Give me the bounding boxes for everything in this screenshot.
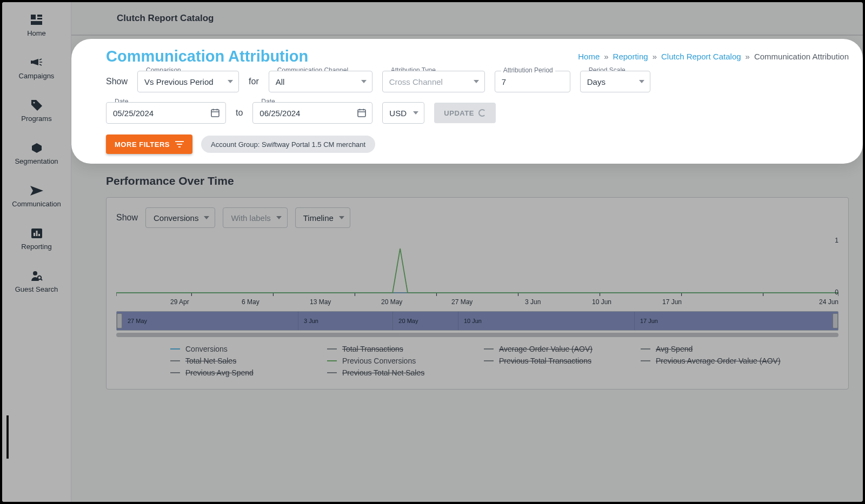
legend-label: Avg Spend — [656, 345, 693, 353]
svg-rect-11 — [38, 234, 40, 236]
chevron-down-icon — [474, 80, 479, 83]
legend-swatch — [327, 348, 337, 350]
comparison-value: Vs Previous Period — [144, 77, 214, 86]
attr-period-float: Attribution Period — [501, 66, 555, 74]
legend-item[interactable]: Previous Total Net Sales — [327, 368, 471, 377]
more-filters-button[interactable]: MORE FILTERS — [106, 135, 192, 154]
svg-point-12 — [33, 271, 37, 275]
timeline-select[interactable]: Timeline — [295, 207, 350, 228]
xtick: 29 Apr — [170, 298, 189, 306]
legend-item[interactable]: Average Order Value (AOV) — [484, 345, 628, 353]
tag-icon — [29, 99, 44, 111]
legend-item[interactable]: Avg Spend — [641, 345, 784, 353]
scrub-tick: 20 May — [398, 318, 418, 324]
catalog-title: Clutch Report Catalog — [117, 13, 214, 24]
svg-rect-4 — [31, 61, 32, 64]
sidebar-item-label: Programs — [21, 115, 51, 123]
svg-rect-1 — [37, 15, 42, 17]
chevron-down-icon — [361, 80, 367, 83]
sidebar-item-communication[interactable]: Communication — [2, 183, 71, 210]
svg-marker-6 — [32, 143, 42, 153]
page-title: Communication Attribution — [106, 48, 308, 65]
sidebar-item-label: Guest Search — [15, 285, 58, 293]
scrubber-scrollbar[interactable] — [116, 333, 839, 337]
channel-value: All — [276, 77, 285, 86]
calendar-icon — [357, 108, 367, 118]
legend-label: Previous Conversions — [342, 357, 416, 365]
send-icon — [29, 185, 44, 197]
date-from-value: 05/25/2024 — [113, 109, 154, 118]
breadcrumb-catalog[interactable]: Clutch Report Catalog — [661, 52, 741, 61]
person-search-icon — [29, 270, 44, 282]
legend-swatch — [641, 360, 650, 361]
comparison-select[interactable]: Vs Previous Period — [137, 71, 239, 92]
timeline-scrubber[interactable]: 27 May 3 Jun 20 May 10 Jun 17 Jun — [116, 311, 839, 331]
chip-label: Account Group: Swiftway Portal 1.5 CM me… — [211, 140, 365, 149]
sidebar-item-label: Campaigns — [19, 72, 55, 80]
attr-period-value: 7 — [502, 77, 506, 86]
update-label: UPDATE — [444, 109, 474, 117]
labels-select[interactable]: With labels — [223, 207, 287, 228]
breadcrumb-reporting[interactable]: Reporting — [613, 52, 648, 61]
main-column: Clutch Report Catalog Communication Attr… — [71, 2, 863, 502]
sidebar-item-segmentation[interactable]: Segmentation — [2, 140, 71, 167]
chart-legend: ConversionsTotal TransactionsAverage Ord… — [116, 345, 839, 377]
legend-item[interactable]: Total Net Sales — [170, 357, 314, 365]
legend-item[interactable]: Previous Avg Spend — [170, 368, 314, 377]
legend-item[interactable]: Total Transactions — [327, 345, 471, 353]
calendar-icon — [210, 108, 220, 118]
currency-select[interactable]: USD — [382, 102, 424, 124]
y-max-label: 1 — [835, 237, 839, 244]
legend-item[interactable]: Previous Total Transactions — [484, 357, 628, 365]
svg-rect-0 — [31, 15, 36, 19]
accent-bar — [6, 415, 9, 459]
filters-panel: Communication Attribution Home » Reporti… — [71, 39, 863, 164]
date-from-input[interactable]: 05/25/2024 — [106, 102, 226, 124]
metric-select[interactable]: Conversions — [145, 207, 215, 228]
legend-label: Previous Average Order Value (AOV) — [656, 357, 781, 365]
svg-point-5 — [33, 102, 35, 103]
scrub-handle-left[interactable] — [117, 313, 122, 328]
legend-swatch — [484, 360, 494, 361]
xtick: 24 Jun — [819, 298, 839, 306]
chevron-down-icon — [276, 216, 282, 219]
chart-icon — [29, 227, 44, 239]
xtick: 17 Jun — [662, 298, 682, 306]
legend-item[interactable]: Conversions — [170, 345, 314, 353]
hex-icon — [29, 142, 44, 154]
sidebar-item-guest-search[interactable]: Guest Search — [2, 268, 71, 295]
filter-chip-account-group[interactable]: Account Group: Swiftway Portal 1.5 CM me… — [201, 136, 375, 153]
performance-title: Performance Over Time — [106, 174, 849, 187]
legend-label: Total Net Sales — [185, 357, 236, 365]
sidebar-item-reporting[interactable]: Reporting — [2, 225, 71, 253]
breadcrumb-current: Communication Attribution — [754, 52, 849, 61]
date-to-value: 06/25/2024 — [260, 109, 300, 118]
sidebar-item-campaigns[interactable]: Campaigns — [2, 55, 71, 82]
breadcrumb-home[interactable]: Home — [578, 52, 600, 61]
attribution-period-input[interactable]: 7 — [495, 71, 570, 92]
xtick: 20 May — [381, 298, 402, 306]
sep-icon: » — [604, 52, 608, 61]
legend-item[interactable]: Previous Average Order Value (AOV) — [641, 357, 784, 365]
chevron-down-icon — [639, 80, 644, 83]
performance-section: Performance Over Time Show Conversions W… — [71, 164, 863, 389]
topbar: Clutch Report Catalog — [71, 2, 863, 36]
sidebar-item-home[interactable]: Home — [2, 12, 71, 39]
scrub-tick: 27 May — [128, 318, 147, 324]
sep-icon: » — [653, 52, 657, 61]
legend-item[interactable]: Previous Conversions — [327, 357, 471, 365]
legend-swatch — [170, 360, 180, 361]
legend-swatch — [641, 348, 650, 350]
period-scale-select[interactable]: Days — [580, 71, 650, 92]
chevron-down-icon — [228, 80, 233, 83]
update-button[interactable]: UPDATE — [434, 103, 496, 123]
legend-swatch — [327, 360, 337, 361]
attribution-type-select[interactable]: Cross Channel — [382, 71, 485, 92]
breadcrumb: Home » Reporting » Clutch Report Catalog… — [578, 52, 849, 61]
sidebar-item-programs[interactable]: Programs — [2, 97, 71, 125]
scrub-handle-right[interactable] — [833, 313, 838, 328]
chevron-down-icon — [204, 216, 209, 219]
channel-select[interactable]: All — [269, 71, 372, 92]
legend-swatch — [484, 348, 494, 350]
date-to-input[interactable]: 06/25/2024 — [252, 102, 372, 124]
